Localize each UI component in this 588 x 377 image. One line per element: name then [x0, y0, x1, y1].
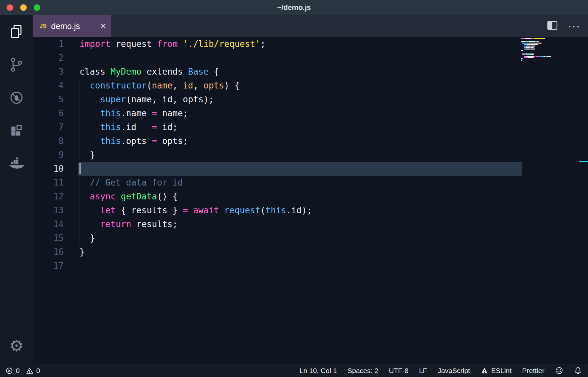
- line-number[interactable]: 3: [33, 65, 64, 79]
- line-number[interactable]: 2: [33, 51, 64, 65]
- code-line[interactable]: 9 }: [33, 148, 588, 162]
- end-of-line[interactable]: LF: [419, 367, 427, 375]
- line-number[interactable]: 8: [33, 134, 64, 148]
- cursor-position[interactable]: Ln 10, Col 1: [300, 367, 337, 375]
- git-branch-icon: [9, 57, 24, 72]
- close-window-button[interactable]: [7, 4, 13, 11]
- line-number[interactable]: 15: [33, 231, 64, 245]
- warning-count-label: 0: [36, 367, 40, 375]
- code-line[interactable]: 11 // Get data for id: [33, 176, 588, 189]
- line-number[interactable]: 14: [33, 217, 64, 231]
- line-number[interactable]: 12: [33, 189, 64, 203]
- sidebar-item-extensions[interactable]: [0, 114, 33, 147]
- code-editor[interactable]: 1import request from './lib/request';23c…: [33, 37, 588, 364]
- error-count[interactable]: 0: [5, 367, 20, 375]
- current-line-highlight: [78, 162, 522, 176]
- code-line[interactable]: 3class MyDemo extends Base {: [33, 65, 588, 79]
- code-line-text: async getData() {: [80, 189, 178, 203]
- line-number[interactable]: 6: [33, 106, 64, 120]
- code-line-text: super(name, id, opts);: [80, 92, 214, 106]
- encoding-label: UTF-8: [389, 367, 408, 375]
- sidebar-item-debug[interactable]: [0, 81, 33, 114]
- code-line-text: this.name = name;: [80, 106, 188, 120]
- line-number[interactable]: 16: [33, 245, 64, 259]
- text-cursor: [80, 163, 81, 174]
- indentation[interactable]: Spaces: 2: [347, 367, 378, 375]
- files-icon: [9, 24, 24, 39]
- bell-icon: [574, 366, 582, 375]
- code-line[interactable]: 12 async getData() {: [33, 189, 588, 203]
- code-line-text: class MyDemo extends Base {: [80, 65, 219, 79]
- code-line[interactable]: 8 this.opts = opts;: [33, 134, 588, 148]
- eslint-status-label: ESLint: [491, 367, 511, 375]
- vscode-window: ~/demo.js: [0, 0, 588, 377]
- code-line[interactable]: 5 super(name, id, opts);: [33, 92, 588, 106]
- code-line[interactable]: 6 this.name = name;: [33, 106, 588, 120]
- encoding[interactable]: UTF-8: [389, 367, 408, 375]
- line-number[interactable]: 10: [33, 162, 64, 176]
- error-circle-icon: [5, 367, 13, 375]
- warning-icon: [26, 367, 34, 375]
- code-line-text: this.id = id;: [80, 120, 178, 134]
- eslint-status[interactable]: ESLint: [480, 367, 511, 375]
- code-line-text: constructor(name, id, opts) {: [80, 79, 240, 92]
- line-number[interactable]: 7: [33, 120, 64, 134]
- code-line[interactable]: 7 this.id = id;: [33, 120, 588, 134]
- warning-filled-icon: [480, 367, 488, 375]
- code-line-text: import request from './lib/request';: [80, 37, 266, 51]
- traffic-lights: [7, 0, 40, 15]
- code-line[interactable]: 16}: [33, 245, 588, 259]
- overview-ruler-cursor-mark: [579, 161, 588, 162]
- prettier-status[interactable]: Prettier: [522, 367, 544, 375]
- notifications-bell[interactable]: [574, 366, 582, 375]
- extensions-icon: [9, 123, 24, 138]
- line-number[interactable]: 9: [33, 148, 64, 162]
- more-actions-icon[interactable]: ⋯: [568, 20, 580, 32]
- line-number[interactable]: 4: [33, 79, 64, 92]
- sidebar-item-explorer[interactable]: [0, 15, 33, 48]
- prettier-status-label: Prettier: [522, 367, 544, 375]
- line-number[interactable]: 5: [33, 92, 64, 106]
- language-mode[interactable]: JavaScript: [438, 367, 470, 375]
- line-number[interactable]: 13: [33, 203, 64, 217]
- code-line-text: }: [80, 245, 85, 259]
- status-bar: 00 Ln 10, Col 1Spaces: 2UTF-8LFJavaScrip…: [0, 364, 588, 377]
- code-line[interactable]: 14 return results;: [33, 217, 588, 231]
- sidebar-item-source-control[interactable]: [0, 48, 33, 81]
- status-bar-left: 00: [5, 367, 40, 375]
- settings-button[interactable]: ⚙: [0, 329, 33, 362]
- titlebar: ~/demo.js: [0, 0, 588, 15]
- minimize-window-button[interactable]: [20, 4, 27, 11]
- line-number[interactable]: 17: [33, 259, 64, 273]
- feedback-smiley[interactable]: [555, 366, 563, 375]
- minimap[interactable]: [521, 38, 557, 63]
- language-mode-label: JavaScript: [438, 367, 470, 375]
- smiley-icon: [555, 366, 563, 375]
- line-number[interactable]: 11: [33, 176, 64, 189]
- status-bar-right: Ln 10, Col 1Spaces: 2UTF-8LFJavaScriptES…: [300, 366, 582, 375]
- window-title: ~/demo.js: [0, 3, 588, 12]
- line-number[interactable]: 1: [33, 37, 64, 51]
- split-editor-icon[interactable]: [547, 21, 558, 31]
- tab-bar: JS demo.js × ⋯: [33, 15, 588, 37]
- sidebar-item-docker[interactable]: [0, 147, 33, 180]
- code-line[interactable]: 15 }: [33, 231, 588, 245]
- code-lines: 1import request from './lib/request';23c…: [33, 37, 588, 273]
- activity-bar: ⚙: [0, 15, 33, 364]
- code-line[interactable]: 17: [33, 259, 588, 273]
- code-line[interactable]: 2: [33, 51, 588, 65]
- close-tab-icon[interactable]: ×: [101, 21, 106, 31]
- code-line-text: }: [80, 148, 95, 162]
- warning-count[interactable]: 0: [26, 367, 40, 375]
- code-line-text: let { results } = await request(this.id)…: [80, 203, 312, 217]
- tab-demo-js[interactable]: JS demo.js ×: [33, 15, 111, 37]
- code-line[interactable]: 10: [33, 162, 588, 176]
- tab-label: demo.js: [51, 21, 80, 31]
- code-line[interactable]: 13 let { results } = await request(this.…: [33, 203, 588, 217]
- code-line[interactable]: 4 constructor(name, id, opts) {: [33, 79, 588, 92]
- code-line-text: return results;: [80, 217, 178, 231]
- zoom-window-button[interactable]: [34, 4, 40, 11]
- cursor-position-label: Ln 10, Col 1: [300, 367, 337, 375]
- error-count-label: 0: [16, 367, 20, 375]
- code-line[interactable]: 1import request from './lib/request';: [33, 37, 588, 51]
